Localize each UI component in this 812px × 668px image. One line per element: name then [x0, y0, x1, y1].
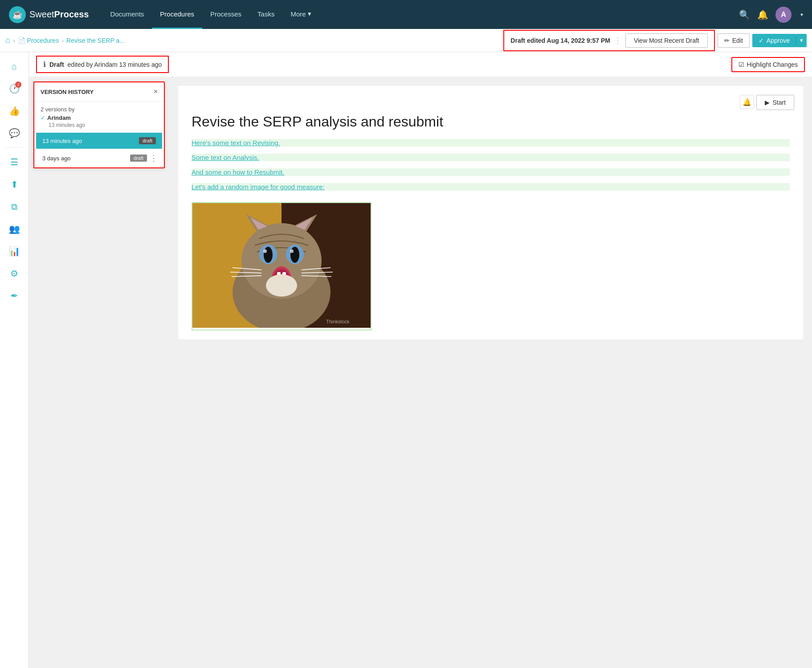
sidebar-users-icon[interactable]: 👥 — [4, 219, 24, 239]
svg-point-14 — [290, 249, 294, 253]
sidebar-clock-icon[interactable]: 🕐 2 — [4, 79, 24, 98]
sidebar-list-icon[interactable]: ☰ — [4, 152, 24, 172]
version-author-group: 2 versions by ✓ Arindam 13 minutes ago — [34, 102, 164, 133]
top-navigation: ☕ SweetProcess Documents Procedures Proc… — [0, 0, 812, 29]
sidebar-thumbsup-icon[interactable]: 👍 — [4, 101, 24, 121]
procedure-link-4[interactable]: Let's add a random image for good measur… — [192, 183, 790, 191]
breadcrumb-procedures[interactable]: 📄 Procedures — [18, 37, 59, 44]
breadcrumb-action-row: ⌂ › 📄 Procedures › Revise the SERP a... … — [0, 29, 812, 52]
version-history-panel: VERSION HISTORY × 2 versions by ✓ Arinda… — [33, 81, 165, 168]
sidebar-signature-icon[interactable]: ✒ — [4, 286, 24, 305]
highlight-changes-button[interactable]: ☑ Highlight Changes — [731, 57, 805, 72]
nav-processes[interactable]: Processes — [202, 0, 249, 29]
kitten-image: Thinkstock — [192, 203, 371, 328]
edit-button[interactable]: ✏ Edit — [718, 33, 750, 48]
procedure-title: Revise the SERP analysis and resubmit — [192, 114, 790, 130]
approve-button[interactable]: ✓ Approve — [752, 34, 796, 47]
draft-info-bar: ℹ Draft edited by Arindam 13 minutes ago — [36, 56, 169, 73]
approve-dropdown-button[interactable]: ▾ — [796, 34, 807, 47]
draft-bar-separator: ⋮ — [614, 36, 622, 45]
checkbox-icon: ☑ — [739, 61, 744, 68]
play-icon: ▶ — [765, 99, 770, 106]
sidebar-home-icon[interactable]: ⌂ — [4, 57, 24, 76]
info-bar-text: Draft edited by Arindam 13 minutes ago — [49, 61, 162, 68]
sidebar-divider-1 — [5, 147, 23, 148]
nav-procedures[interactable]: Procedures — [152, 0, 202, 29]
nav-links: Documents Procedures Processes Tasks Mor… — [102, 0, 739, 29]
user-avatar[interactable]: A — [775, 7, 792, 23]
procedure-link-1[interactable]: Here's some text on Revising. — [192, 139, 790, 147]
start-button[interactable]: ▶ Start — [756, 95, 794, 110]
version-1-badge: draft — [139, 137, 156, 144]
content-action-icons: 🔔 ↕ 🌐 — [192, 95, 790, 109]
procedure-link-3[interactable]: And some on how to Resubmit. — [192, 168, 790, 176]
breadcrumb-current-page: Revise the SERP a... — [66, 37, 125, 44]
nav-tasks[interactable]: Tasks — [249, 0, 282, 29]
clock-badge: 2 — [15, 81, 21, 88]
sidebar-gear-icon[interactable]: ⚙ — [4, 264, 24, 283]
brand-name: SweetProcess — [29, 9, 89, 20]
brand[interactable]: ☕ SweetProcess — [9, 6, 89, 23]
version-panel-header: VERSION HISTORY × — [34, 82, 164, 102]
edit-icon: ✏ — [724, 37, 730, 44]
content-area: VERSION HISTORY × 2 versions by ✓ Arinda… — [29, 77, 812, 668]
breadcrumb-sep-1: › — [13, 37, 15, 44]
brand-icon: ☕ — [9, 6, 26, 23]
breadcrumb: ⌂ › 📄 Procedures › Revise the SERP a... — [5, 36, 503, 45]
sidebar-chart-icon[interactable]: 📊 — [4, 241, 24, 261]
notifications-button[interactable]: 🔔 — [757, 9, 768, 20]
search-button[interactable]: 🔍 — [739, 9, 750, 20]
sidebar-comment-icon[interactable]: 💬 — [4, 123, 24, 143]
nav-more[interactable]: More ▾ — [282, 0, 319, 29]
user-menu-arrow[interactable]: ▾ — [800, 12, 803, 18]
procedure-image-container: Thinkstock — [192, 202, 371, 330]
view-most-recent-draft-button[interactable]: View Most Recent Draft — [625, 33, 708, 48]
version-item-1[interactable]: 13 minutes ago draft — [36, 133, 162, 149]
sidebar-copy-icon[interactable]: ⧉ — [4, 197, 24, 216]
version-panel-title: VERSION HISTORY — [41, 89, 94, 95]
version-2-menu-icon[interactable]: ⋮ — [150, 153, 158, 163]
nav-right: 🔍 🔔 A ▾ — [739, 7, 803, 23]
version-author-name: Arindam — [47, 114, 71, 121]
version-1-time: 13 minutes ago — [42, 138, 82, 144]
nav-documents[interactable]: Documents — [102, 0, 152, 29]
version-author-time: 13 minutes ago — [49, 122, 158, 128]
notification-action-icon[interactable]: 🔔 — [740, 95, 754, 109]
page-body: ⌂ 🕐 2 👍 💬 ☰ ⬆ ⧉ 👥 📊 ⚙ ✒ ℹ Draft edited b… — [0, 52, 812, 668]
svg-point-13 — [263, 249, 267, 253]
action-buttons: Draft edited Aug 14, 2022 9:57 PM ⋮ View… — [503, 30, 807, 51]
svg-point-12 — [290, 247, 299, 263]
version-count: 2 versions by — [41, 106, 75, 113]
procedures-doc-icon: 📄 — [18, 37, 25, 44]
sidebar-upload-icon[interactable]: ⬆ — [4, 175, 24, 194]
breadcrumb-sep-2: › — [61, 37, 64, 44]
svg-point-11 — [264, 247, 273, 263]
procedure-link-2[interactable]: Some text on Analysis. — [192, 154, 790, 161]
procedure-content: 🔔 ↕ 🌐 Revise the SERP analysis and resub… — [178, 86, 803, 339]
info-circle-icon: ℹ — [43, 60, 46, 69]
version-check-icon: ✓ — [41, 114, 45, 121]
left-sidebar: ⌂ 🕐 2 👍 💬 ☰ ⬆ ⧉ 👥 📊 ⚙ ✒ — [0, 52, 29, 668]
home-breadcrumb-icon[interactable]: ⌂ — [5, 36, 10, 45]
svg-text:Thinkstock: Thinkstock — [326, 319, 350, 324]
version-2-badge: draft — [130, 155, 147, 162]
nav-more-dropdown-icon: ▾ — [308, 10, 311, 18]
version-panel-close-button[interactable]: × — [154, 88, 158, 96]
approve-check-icon: ✓ — [759, 37, 764, 44]
version-item-2[interactable]: 3 days ago draft ⋮ — [34, 149, 164, 167]
draft-timestamp: Draft edited Aug 14, 2022 9:57 PM — [510, 37, 610, 44]
svg-point-26 — [266, 274, 297, 297]
version-2-time: 3 days ago — [42, 155, 71, 162]
